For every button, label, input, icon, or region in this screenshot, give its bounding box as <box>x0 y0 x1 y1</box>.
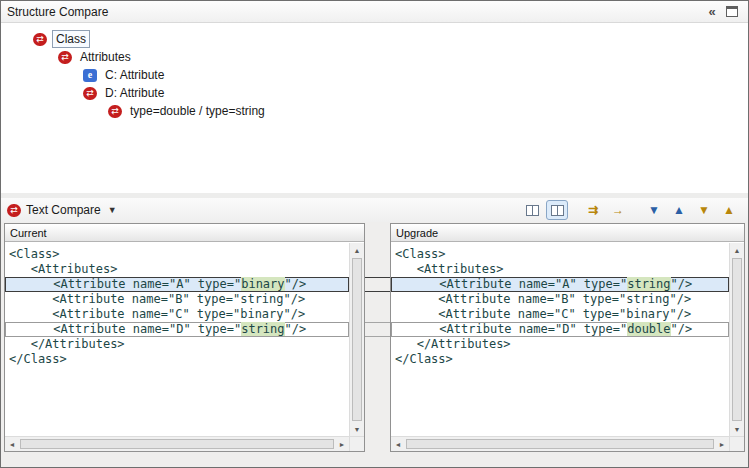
diff-highlight: double <box>627 322 670 336</box>
pane-layout-icon <box>526 205 539 216</box>
tree-item-attributes[interactable]: Attributes <box>1 48 748 66</box>
code-text: <Attribute name="B" type="string"/> <box>395 292 691 306</box>
previous-change-icon: ▲ <box>723 204 735 216</box>
code-text: </Class> <box>9 352 67 366</box>
previous-difference-icon: ▲ <box>673 204 685 216</box>
maximize-view-button[interactable] <box>722 4 742 20</box>
code-line[interactable]: </Class> <box>5 352 349 367</box>
left-pane-header: Current <box>5 224 364 242</box>
vertical-scroll-thumb[interactable] <box>352 258 362 421</box>
right-pane-header: Upgrade <box>391 224 744 242</box>
tree-item-label: Class <box>52 30 90 48</box>
scroll-down-icon[interactable]: ▼ <box>730 422 744 436</box>
scroll-right-icon[interactable]: ► <box>715 437 729 451</box>
scrollbar-corner <box>729 436 744 451</box>
tree-item-d-attribute[interactable]: D: Attribute <box>1 84 748 102</box>
code-line[interactable]: <Attribute name="C" type="binary"/> <box>5 307 349 322</box>
code-line[interactable]: <Attribute name="A" type="binary"/> <box>5 277 349 292</box>
horizontal-scroll-thumb[interactable] <box>20 439 334 449</box>
text-compare-toolbar: ⇉ → ▼ ▲ ▼ ▲ <box>521 200 742 220</box>
collapse-all-button[interactable]: « <box>702 4 722 20</box>
scroll-down-icon[interactable]: ▼ <box>350 422 364 436</box>
code-line[interactable]: <Class> <box>391 247 729 262</box>
element-icon: e <box>83 69 97 82</box>
code-text: <Class> <box>395 247 446 261</box>
tree-item-label: C: Attribute <box>102 67 167 83</box>
next-change-button[interactable]: ▼ <box>693 200 715 220</box>
code-text: <Class> <box>9 247 60 261</box>
code-text: <Attribute name="A" type=" <box>396 277 627 291</box>
copy-current-left-to-right-button[interactable]: → <box>607 200 629 220</box>
left-pane: Current <Class> <Attributes> <Attribute … <box>4 223 365 452</box>
next-change-icon: ▼ <box>698 204 710 216</box>
tree-item-type-double-type-string[interactable]: type=double / type=string <box>1 102 748 120</box>
tree-item-label: Attributes <box>77 49 134 65</box>
tree-item-label: D: Attribute <box>102 85 167 101</box>
code-text: <Attribute name="D" type=" <box>10 322 241 336</box>
next-difference-icon: ▼ <box>648 204 660 216</box>
code-text: "/> <box>671 322 693 336</box>
tree-item-class[interactable]: Class <box>1 30 748 48</box>
pane-layout-icon <box>551 205 564 216</box>
change-icon <box>33 33 47 46</box>
previous-difference-button[interactable]: ▲ <box>668 200 690 220</box>
right-pane: Upgrade <Class> <Attributes> <Attribute … <box>390 223 745 452</box>
code-text: <Attribute name="C" type="binary"/> <box>395 307 691 321</box>
code-text: <Attribute name="D" type=" <box>396 322 627 336</box>
code-line[interactable]: <Attribute name="C" type="binary"/> <box>391 307 729 322</box>
code-line[interactable]: <Attributes> <box>5 262 349 277</box>
structure-compare-header: Structure Compare « <box>1 1 748 23</box>
diff-highlight: binary <box>241 277 284 291</box>
code-line[interactable]: <Class> <box>5 247 349 262</box>
tree-item-label: type=double / type=string <box>127 103 268 119</box>
scroll-right-icon[interactable]: ► <box>335 437 349 451</box>
synchronize-scrolling-button[interactable] <box>546 200 568 220</box>
chevron-down-icon[interactable]: ▼ <box>108 205 117 215</box>
code-text: "/> <box>285 322 307 336</box>
left-vertical-scrollbar: ▲ ▼ <box>349 243 364 436</box>
code-line[interactable]: </Attributes> <box>5 337 349 352</box>
code-text: "/> <box>671 277 693 291</box>
scrollbar-corner <box>349 436 364 451</box>
code-text: </Class> <box>395 352 453 366</box>
scroll-up-icon[interactable]: ▲ <box>730 243 744 257</box>
code-line[interactable]: <Attribute name="A" type="string"/> <box>391 277 729 292</box>
code-line[interactable]: <Attribute name="B" type="string"/> <box>391 292 729 307</box>
code-line[interactable]: <Attribute name="B" type="string"/> <box>5 292 349 307</box>
tree-item-c-attribute[interactable]: eC: Attribute <box>1 66 748 84</box>
change-icon <box>58 51 72 64</box>
code-text: "/> <box>285 277 307 291</box>
diff-highlight: string <box>627 277 670 291</box>
code-line[interactable]: </Attributes> <box>391 337 729 352</box>
code-text: </Attributes> <box>9 337 125 351</box>
vertical-scroll-thumb[interactable] <box>732 258 742 421</box>
right-code-area[interactable]: <Class> <Attributes> <Attribute name="A"… <box>391 243 729 436</box>
compare-editor-window: Structure Compare « ClassAttributeseC: A… <box>0 0 749 468</box>
change-icon <box>7 204 21 217</box>
copy-all-icon: ⇉ <box>588 204 598 216</box>
structure-compare-title: Structure Compare <box>7 5 702 19</box>
text-compare-section: Text Compare ▼ ⇉ → ▼ ▲ ▼ ▲ Current <Clas… <box>1 198 748 467</box>
scroll-up-icon[interactable]: ▲ <box>350 243 364 257</box>
right-horizontal-scrollbar: ◄ ► <box>391 436 729 451</box>
right-vertical-scrollbar: ▲ ▼ <box>729 243 744 436</box>
code-line[interactable]: <Attribute name="D" type="string"/> <box>5 322 349 337</box>
scroll-left-icon[interactable]: ◄ <box>5 437 19 451</box>
copy-current-icon: → <box>612 204 624 216</box>
scroll-left-icon[interactable]: ◄ <box>391 437 405 451</box>
structure-tree: ClassAttributeseC: AttributeD: Attribute… <box>1 24 748 193</box>
next-difference-button[interactable]: ▼ <box>643 200 665 220</box>
previous-change-button[interactable]: ▲ <box>718 200 740 220</box>
hide-ancestor-pane-button[interactable] <box>521 200 543 220</box>
code-line[interactable]: <Attribute name="D" type="double"/> <box>391 322 729 337</box>
copy-all-left-to-right-button[interactable]: ⇉ <box>582 200 604 220</box>
code-line[interactable]: </Class> <box>391 352 729 367</box>
left-code-area[interactable]: <Class> <Attributes> <Attribute name="A"… <box>5 243 349 436</box>
structure-compare-section: Structure Compare « ClassAttributeseC: A… <box>1 1 748 193</box>
compare-panes: Current <Class> <Attributes> <Attribute … <box>1 223 748 452</box>
horizontal-scroll-thumb[interactable] <box>406 439 714 449</box>
change-icon <box>108 105 122 118</box>
code-line[interactable]: <Attributes> <box>391 262 729 277</box>
code-text: <Attribute name="C" type="binary"/> <box>9 307 305 321</box>
text-compare-header: Text Compare ▼ ⇉ → ▼ ▲ ▼ ▲ <box>1 198 748 222</box>
